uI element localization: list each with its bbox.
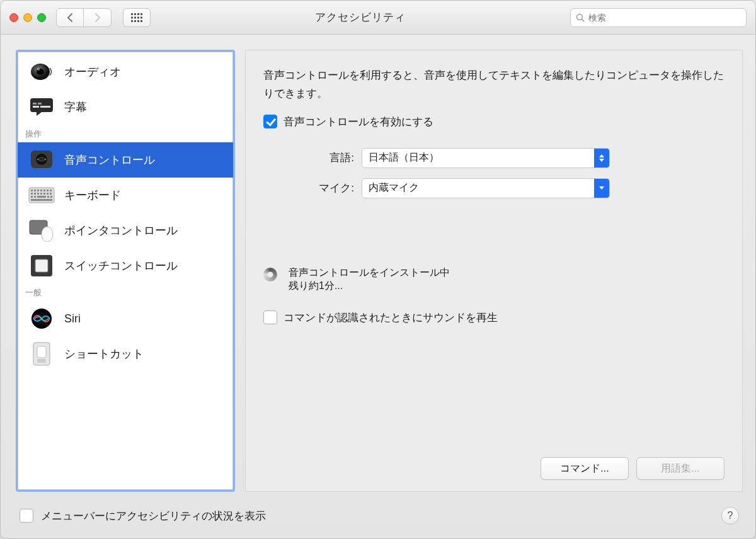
footer: メニューバーにアクセシビリティの状況を表示 ? — [16, 502, 743, 531]
svg-rect-18 — [33, 106, 39, 108]
sidebar-item-shortcut[interactable]: ショートカット — [18, 336, 233, 372]
svg-point-26 — [45, 159, 47, 161]
zoom-window-button[interactable] — [37, 13, 46, 22]
installing-line2: 残り約1分... — [289, 280, 450, 293]
pane-description: 音声コントロールを利用すると、音声を使用してテキストを編集したりコンピュータを操… — [263, 67, 724, 103]
sidebar-item-siri[interactable]: Siri — [18, 301, 233, 336]
svg-rect-11 — [140, 20, 142, 22]
sidebar-category-label: 操作 — [18, 125, 233, 142]
svg-rect-32 — [43, 190, 45, 191]
svg-rect-9 — [134, 20, 136, 22]
microphone-row: マイク: 内蔵マイク — [299, 178, 724, 198]
sidebar-item-pointer[interactable]: ポインタコントロール — [18, 213, 233, 248]
show-all-button[interactable] — [123, 8, 151, 27]
sidebar-item-audio[interactable]: オーディオ — [18, 54, 233, 89]
svg-rect-10 — [137, 20, 139, 22]
svg-point-24 — [38, 157, 45, 161]
captions-icon — [28, 96, 55, 118]
category-sidebar[interactable]: オーディオ 字幕 操作 音声コントロール — [16, 50, 235, 492]
forward-button[interactable] — [84, 8, 112, 27]
svg-rect-33 — [47, 190, 49, 191]
installing-line1: 音声コントロールをインストール中 — [289, 266, 450, 280]
sidebar-item-label: 音声コントロール — [64, 152, 155, 167]
help-button[interactable]: ? — [721, 507, 739, 525]
enable-voice-control-label: 音声コントロールを有効にする — [284, 115, 433, 129]
svg-rect-19 — [40, 106, 50, 108]
enable-voice-control-row[interactable]: 音声コントロールを有効にする — [263, 115, 724, 129]
svg-rect-5 — [134, 16, 136, 18]
sidebar-item-voice-control[interactable]: 音声コントロール — [18, 142, 233, 178]
svg-point-25 — [37, 159, 39, 161]
commands-button[interactable]: コマンド... — [541, 457, 629, 480]
sidebar-category-label: 一般 — [18, 283, 233, 301]
updown-icon — [594, 149, 609, 167]
language-select[interactable]: 日本語（日本） — [362, 148, 610, 168]
play-sound-label: コマンドが認識されたときにサウンドを再生 — [284, 310, 498, 325]
microphone-value: 内蔵マイク — [369, 181, 419, 195]
voice-control-icon — [28, 149, 55, 171]
svg-rect-56 — [37, 346, 46, 358]
pointer-icon — [28, 219, 55, 242]
svg-rect-21 — [38, 103, 42, 105]
sidebar-item-label: スイッチコントロール — [64, 258, 178, 273]
chevron-down-icon — [594, 179, 609, 198]
svg-rect-45 — [47, 196, 49, 198]
vocabulary-button[interactable]: 用語集... — [636, 457, 724, 480]
svg-rect-36 — [34, 193, 36, 195]
sidebar-item-keyboard[interactable]: キーボード — [18, 178, 233, 213]
svg-rect-43 — [34, 196, 36, 198]
window-title: アクセシビリティ — [157, 10, 564, 25]
spinner-icon — [263, 268, 277, 281]
svg-rect-35 — [31, 193, 33, 195]
keyboard-icon — [28, 184, 55, 207]
sidebar-item-label: オーディオ — [64, 64, 121, 79]
svg-rect-29 — [34, 190, 36, 191]
sidebar-item-label: Siri — [64, 312, 81, 326]
sidebar-item-captions[interactable]: 字幕 — [18, 89, 233, 125]
svg-rect-6 — [137, 16, 139, 18]
nav-buttons — [56, 8, 112, 27]
svg-rect-44 — [37, 196, 46, 198]
switch-icon — [28, 254, 55, 277]
search-field[interactable] — [570, 8, 747, 27]
accessibility-window: アクセシビリティ オーディオ 字幕 — [0, 0, 756, 539]
svg-rect-38 — [40, 193, 42, 195]
show-in-menubar-checkbox[interactable] — [20, 509, 33, 523]
settings-pane: 音声コントロールを利用すると、音声を使用してテキストを編集したりコンピュータを操… — [245, 50, 743, 492]
pane-buttons: コマンド... 用語集... — [263, 457, 724, 480]
microphone-label: マイク: — [299, 181, 354, 195]
sidebar-item-switch[interactable]: スイッチコントロール — [18, 248, 233, 283]
enable-voice-control-checkbox[interactable] — [263, 115, 277, 128]
svg-rect-42 — [31, 196, 33, 198]
microphone-select[interactable]: 内蔵マイク — [362, 178, 610, 198]
language-label: 言語: — [299, 150, 354, 165]
sidebar-item-label: ポインタコントロール — [64, 223, 178, 238]
window-controls — [9, 13, 46, 22]
search-input[interactable] — [588, 13, 741, 23]
svg-rect-34 — [50, 190, 52, 191]
minimize-window-button[interactable] — [23, 13, 32, 22]
svg-rect-47 — [31, 199, 52, 201]
show-in-menubar-label: メニューバーにアクセシビリティの状況を表示 — [41, 509, 266, 523]
svg-rect-1 — [134, 13, 136, 15]
svg-rect-46 — [50, 196, 52, 198]
sidebar-item-label: キーボード — [64, 188, 121, 203]
svg-rect-41 — [50, 193, 52, 195]
body: オーディオ 字幕 操作 音声コントロール — [1, 35, 755, 538]
svg-rect-30 — [37, 190, 39, 191]
svg-rect-39 — [43, 193, 45, 195]
sidebar-item-label: 字幕 — [64, 99, 87, 115]
search-icon — [576, 13, 585, 22]
play-sound-checkbox[interactable] — [263, 310, 277, 324]
svg-rect-31 — [40, 190, 42, 191]
svg-rect-40 — [47, 193, 49, 195]
titlebar: アクセシビリティ — [1, 1, 755, 35]
svg-rect-7 — [140, 16, 142, 18]
language-value: 日本語（日本） — [369, 151, 439, 164]
back-button[interactable] — [56, 8, 84, 27]
svg-rect-52 — [35, 259, 48, 272]
play-sound-row[interactable]: コマンドが認識されたときにサウンドを再生 — [263, 310, 724, 325]
language-row: 言語: 日本語（日本） — [299, 148, 724, 168]
voice-control-options: 言語: 日本語（日本） マイク: 内蔵マイク — [299, 148, 724, 208]
close-window-button[interactable] — [9, 13, 18, 22]
